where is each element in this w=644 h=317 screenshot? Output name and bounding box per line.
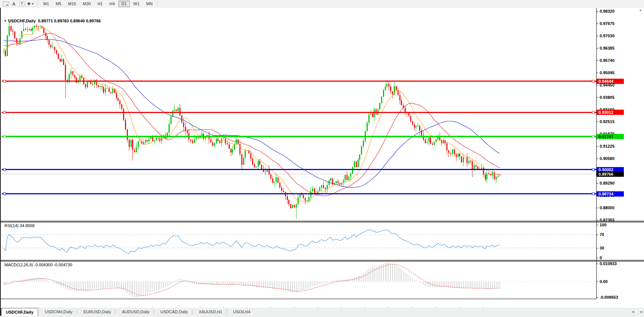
price-axis-tick [596,48,598,48]
price-axis-border [596,8,597,299]
macd-axis-tick-label: -0.009653 [600,295,618,300]
price-axis-tick-label: 0.95095 [600,70,615,75]
tabbar-corner [0,308,1,316]
rsi-axis-tick-label: 0 [600,255,602,260]
timeframe-button-m5[interactable]: M5 [53,1,64,7]
chart-tab-xauusd-h1[interactable]: XAUUSD,H1 [195,308,226,316]
price-axis-tick-label: 0.89290 [600,181,615,186]
toolbar-separator [37,1,38,7]
price-axis-tick-label: 0.90580 [600,156,615,161]
toolbar-separator [157,1,158,7]
price-axis-tick [596,11,598,12]
rsi-label: RSI(14) 34.8068 [4,223,35,228]
price-axis-tick [596,97,598,98]
candles-layer [3,19,500,219]
rsi-indicator-plot[interactable] [2,222,596,260]
hline-handle[interactable] [3,111,6,113]
axis-top-marker-icon: ▲ [639,9,642,11]
chart-tab-usoil-h4[interactable]: USOil,H4 [229,308,254,316]
price-axis-tick [596,183,598,183]
chart-quote-ohlc: 0.89771 0.89783 0.89640 0.89766 [38,19,101,23]
timeframe-group: M1M5M15M30H1H4D1W1MN [40,1,156,7]
hline-handle[interactable] [592,111,594,113]
macd-axis-tick-label: 0.00 [600,279,607,284]
price-axis-tick [596,208,598,208]
price-axis-tick-label: 0.91225 [600,144,615,149]
timeframe-button-h1[interactable]: H1 [94,1,106,7]
timeframe-button-w1[interactable]: W1 [131,1,143,7]
hline-handle[interactable] [3,193,6,195]
tab-separator [192,310,192,314]
hline-object-0.93012[interactable] [2,111,596,113]
hline-object-0.91747[interactable] [2,135,596,138]
macd-histogram [4,263,500,298]
tab-separator [77,310,77,314]
timeframe-button-m30[interactable]: M30 [80,1,94,7]
timeframe-button-d1[interactable]: D1 [119,1,130,7]
price-axis-tick [596,146,598,147]
rsi-line [4,230,500,254]
date-axis-border [1,299,596,299]
moving-average-50-line [4,39,500,187]
hline-handle[interactable] [592,80,594,82]
one-click-collapse-icon[interactable]: ▼ [4,19,7,23]
chart-tab-eurusd-daily[interactable]: EURUSD,Daily [79,308,115,316]
current-price-label: 0.89766 [597,172,624,177]
price-axis-tick-label: 0.97030 [600,34,615,38]
price-axis-tick [596,73,598,73]
macd-indicator-plot[interactable] [2,261,596,299]
chart-tab-usdcad-daily[interactable]: USDCAD,Daily [156,308,192,316]
tab-scroll-left-icon[interactable]: ◄ [631,310,635,314]
price-axis-tick [596,85,598,85]
styles-icon[interactable]: ❖ ▾ [26,1,34,7]
chart-tab-usdchf-daily[interactable]: USDCHF,Daily [1,308,38,316]
macd-axis-tick [596,264,598,264]
timeframe-button-mn[interactable]: MN [143,1,155,7]
styles-icon-glyph: ❖ [27,1,31,6]
mt4-window: F A T ❖ ▾ M1M5M15M30H1H4D1W1MN ▼USDCHF,D… [0,0,644,317]
tab-separator [154,310,154,314]
hline-object-0.88734[interactable] [2,193,596,195]
price-axis-tick [596,36,598,36]
timeframe-button-h4[interactable]: H4 [106,1,117,7]
rsi-axis-tick [596,258,598,258]
hline-price-label: 0.94644 [597,79,624,84]
hline-price-label: 0.93012 [597,110,624,115]
hline-handle[interactable] [592,193,594,195]
chart-tab-bar: USDCHF,DailyUSDCNH,DailyEURUSD,DailyAUDU… [0,307,644,317]
toolbar: F A T ❖ ▾ M1M5M15M30H1H4D1W1MN [0,0,644,8]
label-tool-icon-box: T [19,1,25,6]
label-tool-icon[interactable]: T [18,1,26,7]
chart-tab-usdcnh-daily[interactable]: USDCNH,Daily [41,308,77,316]
text-annotation-icon[interactable]: A [10,1,18,7]
price-axis-tick-label: 0.87355 [600,218,615,223]
price-axis-tick-label: 0.93805 [600,95,615,100]
chart-tab-audusd-daily[interactable]: AUDUSD,Daily [118,308,154,316]
timeframe-button-m1[interactable]: M1 [40,1,52,7]
macd-axis-tick [596,282,598,282]
chart-window-icon-box: F [3,1,9,6]
hline-handle[interactable] [3,135,6,138]
price-chart-plot[interactable] [2,9,596,221]
price-axis-tick-label: 0.96385 [600,46,615,51]
moving-average-25-line [4,33,500,196]
price-axis-tick [596,158,598,159]
hline-handle[interactable] [3,169,6,171]
hline-handle[interactable] [592,169,594,171]
timeframe-button-m15[interactable]: M15 [65,1,79,7]
hline-handle[interactable] [592,135,594,138]
tab-scroll-right-icon[interactable]: ► [640,310,643,314]
macd-axis-tick [596,297,598,298]
tab-separator [226,310,227,314]
price-axis-tick-label: 0.97675 [600,21,615,26]
rsi-axis-tick-label: 100 [600,223,606,227]
chart-symbol-label: USDCHF,Daily [8,19,36,23]
rsi-axis-tick-label: 70 [600,232,604,237]
hline-object-0.90002[interactable] [2,169,596,171]
price-axis-tick [596,220,598,220]
chart-window: ▼USDCHF,Daily 0.89771 0.89783 0.89640 0.… [0,8,644,317]
hline-handle[interactable] [3,80,6,82]
chart-title: ▼USDCHF,Daily 0.89771 0.89783 0.89640 0.… [4,19,101,23]
rsi-axis-tick [596,235,598,235]
chart-window-icon[interactable]: F [2,1,9,7]
